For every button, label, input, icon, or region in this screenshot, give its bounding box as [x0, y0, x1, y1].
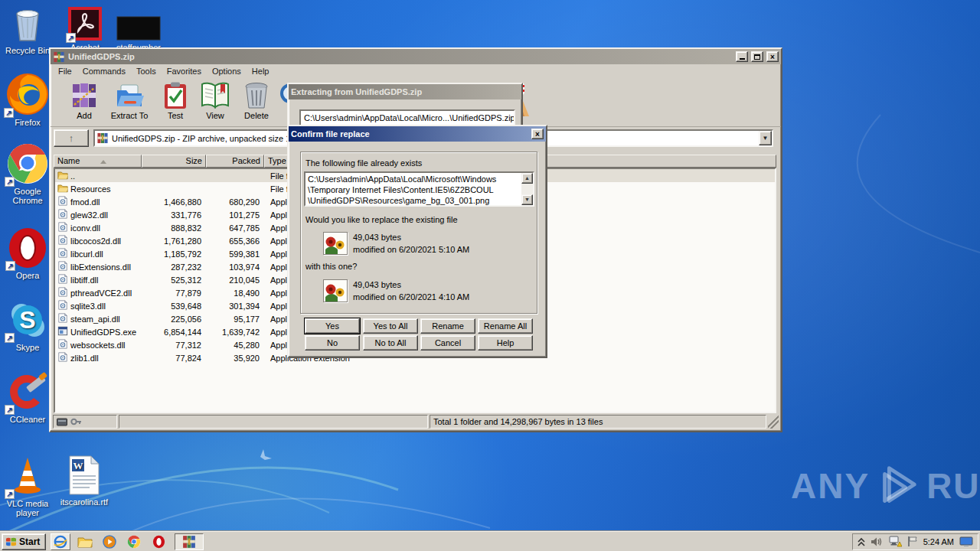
- menu-help[interactable]: Help: [247, 66, 274, 77]
- extract-folder-icon: [115, 81, 144, 110]
- desktop-icon-vlc[interactable]: ↗ VLC media player: [0, 455, 55, 517]
- chrome-icon: ↗: [6, 142, 49, 185]
- delete-trash-icon: [243, 81, 270, 110]
- add-archive-icon: [70, 81, 99, 110]
- resize-grip[interactable]: [768, 415, 779, 429]
- rename-button[interactable]: Rename: [420, 318, 475, 334]
- quicklaunch-internet-explorer[interactable]: [51, 533, 70, 550]
- file-packed-cell: 45,280: [207, 341, 266, 350]
- file-name-cell: pthreadVCE2.dll: [55, 287, 143, 298]
- winrar-app-icon: [53, 51, 65, 63]
- desktop-icon-label: itscarolina.rtf: [60, 497, 108, 507]
- file-name-cell: ..: [55, 170, 143, 181]
- dll-icon: [57, 209, 68, 220]
- scroll-down-icon[interactable]: ▼: [521, 194, 533, 205]
- toolbar-add-button[interactable]: Add: [62, 80, 106, 125]
- dll-icon: [57, 196, 68, 207]
- no-button[interactable]: No: [305, 335, 360, 350]
- file-packed-cell: 101,275: [207, 210, 266, 220]
- desktop-icon-itscarolina[interactable]: W itscarolina.rtf: [57, 455, 112, 507]
- column-header-size[interactable]: Size: [142, 155, 206, 168]
- desktop-icon-label: Skype: [16, 343, 40, 352]
- file-size-cell: 1,761,280: [143, 236, 207, 246]
- quicklaunch-chrome[interactable]: [124, 533, 144, 550]
- desktop-icon-skype[interactable]: S ↗ Skype: [0, 298, 55, 352]
- taskbar-winrar-button[interactable]: [175, 533, 204, 550]
- existing-file-path-box[interactable]: C:\Users\admin\AppData\Local\Microsoft\W…: [304, 171, 534, 207]
- file-packed-cell: 655,366: [207, 236, 266, 246]
- drive-icon: [57, 418, 67, 426]
- desktop-icon-chrome[interactable]: ↗ Google Chrome: [0, 142, 55, 205]
- cancel-button[interactable]: Cancel: [420, 335, 475, 350]
- hidden-icons-chevron-icon[interactable]: [858, 537, 865, 546]
- confirm-replace-dialog: Confirm file replace × The following fil…: [287, 125, 547, 358]
- desktop-icon-acrobat[interactable]: ↗ Acrobat: [57, 6, 113, 52]
- dll-icon: [57, 261, 68, 272]
- opera-icon: [152, 535, 165, 549]
- minimize-button[interactable]: [736, 51, 748, 62]
- existing-file-thumbnail: [323, 232, 348, 255]
- menu-file[interactable]: File: [54, 66, 77, 77]
- close-button[interactable]: ×: [766, 51, 779, 62]
- column-header-name[interactable]: Name: [54, 155, 142, 168]
- file-name-cell: zlib1.dll: [55, 352, 143, 364]
- volume-icon[interactable]: [871, 536, 884, 547]
- file-name-cell: libcocos2d.dll: [55, 235, 143, 246]
- folder-icon: [77, 536, 93, 548]
- anyrun-watermark: ANY RUN: [791, 462, 980, 510]
- firefox-icon: ↗: [5, 72, 50, 116]
- desktop-icon-firefox[interactable]: ↗ Firefox: [0, 72, 55, 127]
- scroll-up-icon[interactable]: ▲: [521, 173, 533, 184]
- dll-icon: [57, 222, 68, 233]
- file-packed-cell: 599,381: [207, 249, 266, 259]
- network-warning-icon[interactable]: [889, 536, 902, 547]
- status-cell-icons: [53, 415, 117, 429]
- address-dropdown-button[interactable]: ▼: [759, 131, 772, 145]
- archive-icon: [96, 132, 109, 144]
- dll-icon: [57, 300, 68, 311]
- path-scrollbar[interactable]: ▲ ▼: [521, 173, 533, 205]
- quicklaunch-opera[interactable]: [149, 533, 168, 550]
- display-icon[interactable]: [959, 536, 973, 547]
- menu-options[interactable]: Options: [207, 66, 246, 77]
- file-size-cell: 1,185,792: [143, 249, 207, 259]
- file-size-cell: 77,312: [143, 341, 207, 350]
- no-to-all-button[interactable]: No to All: [363, 335, 418, 350]
- sort-ascending-icon: [100, 160, 106, 164]
- desktop-icon-opera[interactable]: ↗ Opera: [0, 227, 55, 280]
- extracting-title: Extracting from UnifiedGDPS.zip: [291, 87, 519, 96]
- toolbar-view-button[interactable]: View: [193, 80, 237, 125]
- view-book-icon: [200, 81, 230, 110]
- confirm-titlebar[interactable]: Confirm file replace ×: [289, 126, 546, 142]
- desktop-icon-recycle-bin[interactable]: Recycle Bin: [0, 5, 55, 55]
- file-size-cell: 77,879: [143, 289, 207, 298]
- quicklaunch-media-player[interactable]: [100, 533, 119, 550]
- desktop-icon-ccleaner[interactable]: ↗ CCleaner: [0, 370, 55, 424]
- desktop-icon-staffnumber[interactable]: staffnumber: [111, 6, 166, 52]
- column-header-packed[interactable]: Packed: [206, 155, 264, 168]
- rename-all-button[interactable]: Rename All: [478, 318, 533, 334]
- file-name-cell: iconv.dll: [55, 222, 143, 233]
- menu-favorites[interactable]: Favorites: [162, 66, 206, 77]
- quicklaunch-windows-explorer[interactable]: [75, 533, 95, 550]
- file-packed-cell: 210,045: [207, 276, 266, 285]
- up-directory-button[interactable]: ↑: [54, 129, 89, 147]
- toolbar-test-button[interactable]: Test: [153, 80, 198, 125]
- dialog-close-icon[interactable]: ×: [531, 129, 544, 139]
- menu-tools[interactable]: Tools: [132, 66, 161, 77]
- file-name-cell: glew32.dll: [55, 209, 143, 220]
- yes-button[interactable]: Yes: [305, 318, 360, 334]
- start-button[interactable]: Start: [2, 533, 46, 550]
- winrar-titlebar[interactable]: UnifiedGDPS.zip ×: [51, 49, 781, 64]
- file-size-cell: 331,776: [143, 210, 207, 220]
- toolbar-extract-to-button[interactable]: Extract To: [106, 80, 153, 125]
- action-center-flag-icon[interactable]: [907, 536, 918, 547]
- file-packed-cell: 647,785: [207, 223, 266, 233]
- clock[interactable]: 5:24 AM: [923, 537, 954, 546]
- extracting-titlebar[interactable]: Extracting from UnifiedGDPS.zip: [289, 84, 521, 99]
- maximize-button[interactable]: [751, 51, 763, 62]
- yes-to-all-button[interactable]: Yes to All: [363, 318, 418, 334]
- file-name-cell: libcurl.dll: [55, 248, 143, 259]
- help-button[interactable]: Help: [478, 335, 533, 350]
- menu-commands[interactable]: Commands: [78, 66, 130, 77]
